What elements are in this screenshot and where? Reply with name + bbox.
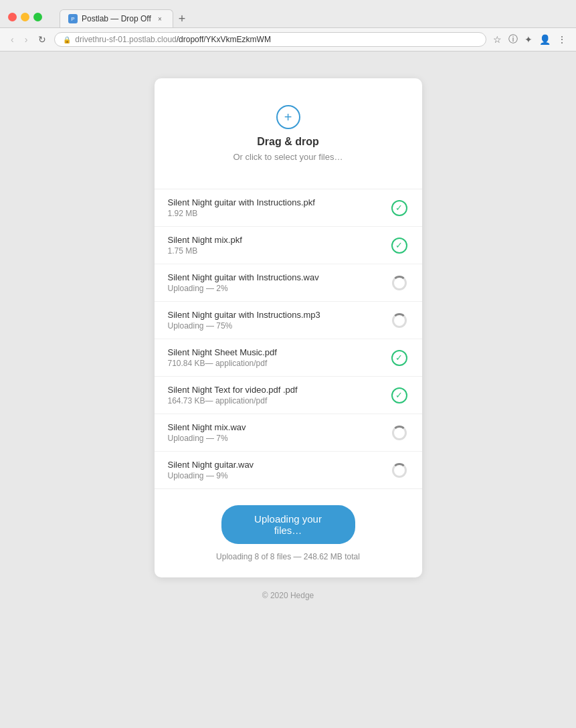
file-item: Silent Night guitar with Instructions.pk… — [155, 189, 422, 227]
file-info: Silent Night Text for video.pdf .pdf164.… — [168, 385, 390, 405]
file-name: Silent Night guitar.wav — [168, 460, 390, 470]
file-name: Silent Night mix.wav — [168, 422, 390, 432]
drop-zone[interactable]: + Drag & drop Or click to select your fi… — [155, 78, 422, 189]
file-name: Silent Night Text for video.pdf .pdf — [168, 385, 390, 395]
drop-zone-title: Drag & drop — [257, 136, 318, 148]
title-bar: P Postlab — Drop Off × + — [0, 0, 576, 27]
address-bar-right: ☆ ⓘ ✦ 👤 ⋮ — [492, 32, 568, 47]
back-button[interactable]: ‹ — [8, 33, 17, 46]
file-name: Silent Night Sheet Music.pdf — [168, 347, 390, 357]
file-sub: 1.75 MB — [168, 246, 390, 256]
file-sub: 164.73 KB— application/pdf — [168, 396, 390, 405]
file-info: Silent Night Sheet Music.pdf710.84 KB— a… — [168, 347, 390, 368]
file-status: ✓ — [390, 199, 409, 217]
window-minimize-button[interactable] — [21, 13, 29, 21]
upload-card: + Drag & drop Or click to select your fi… — [155, 78, 422, 577]
file-status — [390, 461, 409, 480]
forward-button[interactable]: › — [22, 33, 31, 46]
new-tab-button[interactable]: + — [173, 10, 191, 27]
file-status: ✓ — [390, 386, 409, 405]
window-controls — [8, 13, 42, 21]
info-icon[interactable]: ⓘ — [507, 32, 519, 47]
upload-status-text: Uploading 8 of 8 files — 248.62 MB total — [216, 552, 360, 561]
url-box[interactable]: 🔒 drivethru-sf-01.postlab.cloud/dropoff/… — [54, 32, 486, 47]
check-icon: ✓ — [391, 200, 407, 216]
file-info: Silent Night guitar with Instructions.wa… — [168, 272, 390, 293]
file-info: Silent Night guitar with Instructions.pk… — [168, 197, 390, 218]
url-path: /dropoff/YKxVkmEzkmWM — [177, 35, 271, 44]
check-icon: ✓ — [391, 238, 407, 254]
check-icon: ✓ — [391, 387, 407, 403]
file-status: ✓ — [390, 236, 409, 255]
page-footer: © 2020 Hedge — [249, 577, 328, 614]
file-status: ✓ — [390, 349, 409, 367]
extension-icon[interactable]: ✦ — [523, 33, 534, 46]
window-close-button[interactable] — [8, 13, 17, 21]
file-item: Silent Night guitar with Instructions.wa… — [155, 264, 422, 302]
upload-button[interactable]: Uploading your files… — [221, 505, 355, 544]
file-name: Silent Night mix.pkf — [168, 235, 390, 245]
file-name: Silent Night guitar with Instructions.pk… — [168, 197, 390, 207]
file-item: Silent Night mix.wavUploading — 7% — [155, 414, 422, 452]
file-item: Silent Night Text for video.pdf .pdf164.… — [155, 377, 422, 414]
tab-favicon: P — [68, 14, 78, 23]
drop-zone-subtitle: Or click to select your files… — [233, 152, 343, 162]
tab-title: Postlab — Drop Off — [82, 14, 151, 23]
file-status — [390, 274, 409, 292]
reload-button[interactable]: ↻ — [35, 33, 49, 46]
browser-tab[interactable]: P Postlab — Drop Off × — [60, 9, 173, 27]
drop-zone-icon: + — [276, 105, 300, 129]
file-sub: Uploading — 7% — [168, 434, 390, 443]
file-sub: Uploading — 75% — [168, 321, 390, 331]
file-info: Silent Night mix.wavUploading — 7% — [168, 422, 390, 443]
file-status — [390, 311, 409, 330]
file-item: Silent Night Sheet Music.pdf710.84 KB— a… — [155, 339, 422, 377]
file-status — [390, 424, 409, 442]
address-bar: ‹ › ↻ 🔒 drivethru-sf-01.postlab.cloud/dr… — [0, 27, 576, 51]
file-list: Silent Night guitar with Instructions.pk… — [155, 189, 422, 489]
spinner-icon — [392, 426, 407, 440]
url-base: drivethru-sf-01.postlab.cloud — [75, 35, 176, 44]
tab-bar: P Postlab — Drop Off × + — [52, 9, 199, 27]
file-name: Silent Night guitar with Instructions.wa… — [168, 272, 390, 282]
file-info: Silent Night mix.pkf1.75 MB — [168, 235, 390, 256]
browser-chrome: P Postlab — Drop Off × + ‹ › ↻ 🔒 driveth… — [0, 0, 576, 52]
copyright-text: © 2020 Hedge — [262, 591, 314, 600]
menu-icon[interactable]: ⋮ — [556, 33, 568, 46]
lock-icon: 🔒 — [63, 36, 71, 43]
file-item: Silent Night mix.pkf1.75 MB✓ — [155, 227, 422, 264]
file-item: Silent Night guitar.wavUploading — 9% — [155, 452, 422, 488]
file-sub: 1.92 MB — [168, 209, 390, 218]
spinner-icon — [392, 276, 407, 290]
file-info: Silent Night guitar with Instructions.mp… — [168, 310, 390, 331]
file-sub: 710.84 KB— application/pdf — [168, 359, 390, 368]
file-name: Silent Night guitar with Instructions.mp… — [168, 310, 390, 320]
window-maximize-button[interactable] — [33, 13, 42, 21]
file-sub: Uploading — 9% — [168, 471, 390, 480]
profile-icon[interactable]: 👤 — [538, 33, 552, 46]
url-text: drivethru-sf-01.postlab.cloud/dropoff/YK… — [75, 35, 478, 44]
file-sub: Uploading — 2% — [168, 284, 390, 293]
file-item: Silent Night guitar with Instructions.mp… — [155, 302, 422, 339]
spinner-icon — [392, 313, 407, 328]
tab-close-button[interactable]: × — [155, 14, 165, 23]
page-content: + Drag & drop Or click to select your fi… — [0, 52, 576, 728]
bookmark-icon[interactable]: ☆ — [492, 33, 503, 46]
check-icon: ✓ — [391, 350, 407, 366]
file-info: Silent Night guitar.wavUploading — 9% — [168, 460, 390, 480]
upload-footer: Uploading your files… Uploading 8 of 8 f… — [155, 489, 422, 577]
spinner-icon — [392, 463, 407, 478]
